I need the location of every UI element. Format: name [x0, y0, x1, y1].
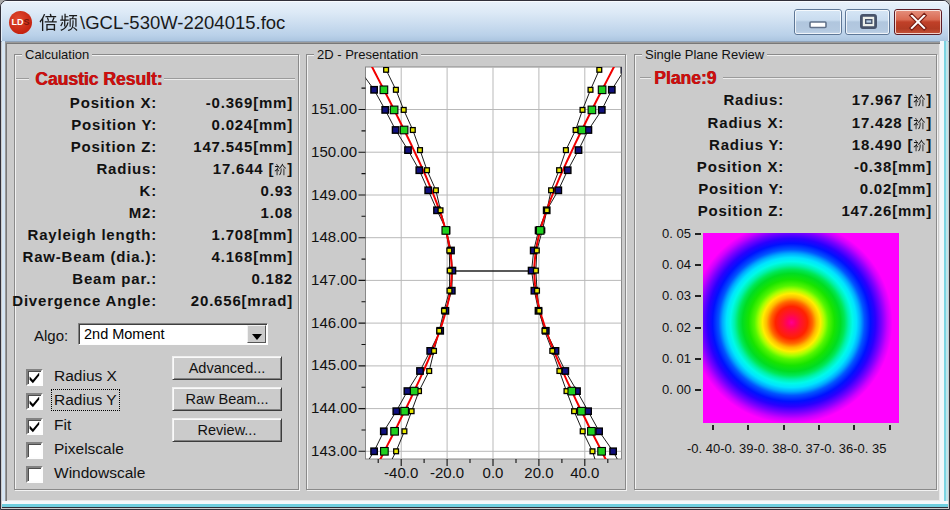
- svg-text:-40.0: -40.0: [384, 464, 418, 481]
- svg-text:20.0: 20.0: [524, 464, 553, 481]
- svg-text:147.00: 147.00: [311, 271, 357, 288]
- svg-text:146.00: 146.00: [311, 314, 357, 331]
- svg-text:150.00: 150.00: [311, 143, 357, 160]
- svg-text:143.00: 143.00: [311, 442, 357, 459]
- svg-text:149.00: 149.00: [311, 186, 357, 203]
- svg-text:0.0: 0.0: [483, 464, 504, 481]
- svg-text:145.00: 145.00: [311, 356, 357, 373]
- svg-text:-20.0: -20.0: [430, 464, 464, 481]
- svg-text:151.00: 151.00: [311, 100, 357, 117]
- svg-text:144.00: 144.00: [311, 399, 357, 416]
- svg-text:40.0: 40.0: [570, 464, 599, 481]
- svg-text:148.00: 148.00: [311, 228, 357, 245]
